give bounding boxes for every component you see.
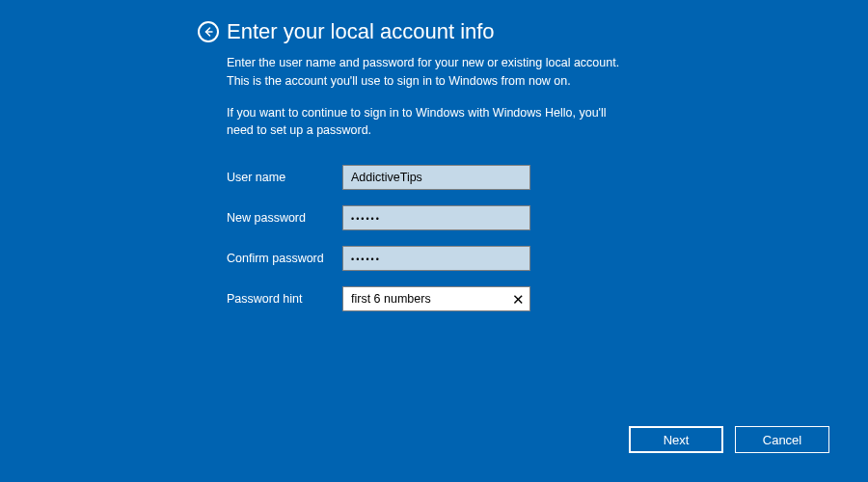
clear-icon[interactable]: ✕	[512, 292, 525, 307]
new-password-label: New password	[227, 211, 342, 225]
confirm-password-label: Confirm password	[227, 252, 342, 265]
back-icon[interactable]	[198, 21, 219, 42]
description-paragraph-2: If you want to continue to sign in to Wi…	[227, 104, 632, 141]
username-label: User name	[227, 171, 342, 184]
confirm-password-input[interactable]	[342, 246, 530, 271]
password-hint-label: Password hint	[227, 292, 342, 306]
page-title: Enter your local account info	[227, 19, 495, 44]
cancel-button[interactable]: Cancel	[735, 426, 829, 453]
description-paragraph-1: Enter the user name and password for you…	[227, 54, 632, 91]
account-form: User name New password Confirm password …	[227, 165, 656, 311]
new-password-input[interactable]	[342, 205, 530, 230]
next-button[interactable]: Next	[629, 426, 723, 453]
username-input[interactable]	[342, 165, 530, 190]
password-hint-input[interactable]	[342, 286, 530, 311]
